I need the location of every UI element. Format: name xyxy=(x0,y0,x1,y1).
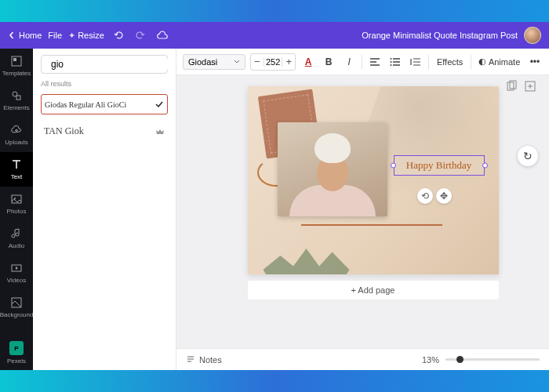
resize-menu[interactable]: ✦ Resize xyxy=(68,31,104,41)
green-leaf xyxy=(264,227,350,274)
document-title[interactable]: Orange Minimalist Quote Instagram Post xyxy=(362,31,518,40)
effects-button[interactable]: Effects xyxy=(434,53,466,71)
font-search-input[interactable] xyxy=(51,59,169,70)
bottom-bar: Notes 13% xyxy=(176,348,549,370)
italic-button[interactable]: I xyxy=(341,53,357,71)
file-menu[interactable]: File xyxy=(48,31,62,40)
portrait-photo[interactable] xyxy=(278,122,387,216)
decrease-size[interactable]: − xyxy=(251,54,264,70)
align-button[interactable] xyxy=(367,53,383,71)
svg-point-8 xyxy=(391,58,392,60)
duplicate-page-icon[interactable] xyxy=(505,80,518,93)
svg-point-9 xyxy=(391,61,392,63)
add-page-button[interactable]: + Add page xyxy=(248,281,499,299)
font-size-stepper[interactable]: − 252 + xyxy=(250,53,296,71)
rail-photos[interactable]: Photos xyxy=(0,187,33,221)
increase-size[interactable]: + xyxy=(282,54,295,70)
results-label: All results xyxy=(41,80,168,88)
design-page[interactable]: Happy Birthday ⟲ ✥ xyxy=(248,86,499,274)
left-rail: Templates Elements Uploads Text Photos A… xyxy=(0,49,33,370)
resize-handle-left[interactable] xyxy=(391,163,396,169)
help-button[interactable]: ↻ xyxy=(518,146,538,166)
rail-background[interactable]: Background xyxy=(0,290,33,325)
svg-rect-3 xyxy=(16,96,20,100)
undo-button[interactable] xyxy=(111,27,126,43)
svg-point-10 xyxy=(391,64,392,66)
rail-text[interactable]: Text xyxy=(0,152,33,187)
notes-icon xyxy=(186,355,195,365)
rail-elements[interactable]: Elements xyxy=(0,83,33,118)
redo-button[interactable] xyxy=(133,27,148,43)
move-handle[interactable]: ✥ xyxy=(436,188,452,204)
list-button[interactable] xyxy=(387,53,403,71)
text-toolbar: Giodasi − 252 + A B I Effects ◐Animate xyxy=(176,49,549,75)
home-label: Home xyxy=(19,31,42,40)
animate-button[interactable]: ◐Animate xyxy=(476,53,522,71)
svg-rect-1 xyxy=(13,58,16,61)
spacing-button[interactable] xyxy=(408,53,424,71)
notes-toggle[interactable]: Notes xyxy=(186,355,222,365)
font-name: Giodas Regular Ali GioCi xyxy=(45,100,126,109)
rotate-handle[interactable]: ⟲ xyxy=(417,188,433,204)
check-icon xyxy=(155,100,164,109)
rail-videos[interactable]: Videos xyxy=(0,256,33,290)
stage[interactable]: ↻ Happy Birthday xyxy=(176,75,549,348)
zoom-slider[interactable] xyxy=(445,358,540,361)
canvas-area: Giodasi − 252 + A B I Effects ◐Animate xyxy=(176,49,549,370)
resize-handle-right[interactable] xyxy=(482,163,488,169)
font-search[interactable] xyxy=(41,55,168,74)
chevron-left-icon xyxy=(8,31,16,39)
underline-stroke xyxy=(301,224,442,226)
font-result-selected[interactable]: Giodas Regular Ali GioCi xyxy=(41,94,168,114)
rail-pexels[interactable]: PPexels xyxy=(0,336,33,370)
rail-uploads[interactable]: Uploads xyxy=(0,118,33,152)
font-family-select[interactable]: Giodasi xyxy=(183,54,245,70)
crown-icon xyxy=(155,127,165,136)
font-result[interactable]: TAN Giok xyxy=(41,121,168,142)
rail-templates[interactable]: Templates xyxy=(0,49,33,83)
more-button[interactable]: ••• xyxy=(527,53,543,71)
home-button[interactable]: Home xyxy=(8,31,42,40)
cloud-save-icon[interactable] xyxy=(155,27,170,43)
text-content[interactable]: Happy Birthday xyxy=(406,159,471,172)
selected-text-box[interactable]: Happy Birthday xyxy=(394,155,485,176)
rail-audio[interactable]: Audio xyxy=(0,221,33,256)
zoom-thumb[interactable] xyxy=(456,356,464,363)
font-size-value[interactable]: 252 xyxy=(264,57,283,67)
top-bar: Home File ✦ Resize Orange Minimalist Quo… xyxy=(0,22,549,49)
add-page-icon[interactable] xyxy=(524,80,536,93)
font-name: TAN Giok xyxy=(44,125,84,137)
bold-button[interactable]: B xyxy=(321,53,336,71)
side-panel: All results Giodas Regular Ali GioCi TAN… xyxy=(33,49,176,370)
zoom-value: 13% xyxy=(422,355,439,365)
chevron-down-icon xyxy=(234,59,240,65)
user-avatar[interactable] xyxy=(524,27,541,44)
text-color-button[interactable]: A xyxy=(300,53,316,71)
